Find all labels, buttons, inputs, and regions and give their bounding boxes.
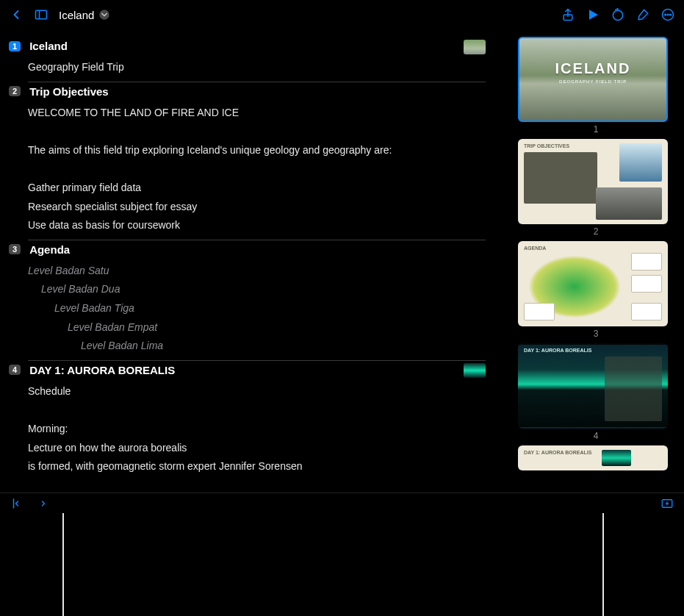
outline-body-line[interactable]: Morning: [28, 420, 486, 439]
outline-body-line[interactable] [28, 401, 486, 420]
outline-body-line[interactable] [28, 122, 486, 141]
slide-thumbnail-wrap: TRIP OBJECTIVES2 [518, 139, 674, 237]
slide-navigator[interactable]: ICELANDGEOGRAPHY FIELD TRIP1TRIP OBJECTI… [508, 29, 684, 493]
thumbnail-number: 1 [518, 124, 674, 135]
slide-thumbnail-wrap: ICELANDGEOGRAPHY FIELD TRIP1 [518, 37, 674, 135]
thumbnail-number: 2 [518, 226, 674, 237]
outline-body-line[interactable]: The aims of this field trip exploring Ic… [28, 141, 486, 160]
toolbar: Iceland [0, 0, 684, 29]
outdent-icon[interactable] [10, 497, 24, 510]
outline-body-line[interactable] [28, 160, 486, 179]
thumbnail-number: 3 [518, 329, 674, 339]
more-icon[interactable] [660, 7, 675, 22]
outline-body-line[interactable]: is formed, with geomagnetic storm expert… [28, 457, 486, 476]
thumbnail-number: 4 [518, 431, 674, 441]
brush-icon[interactable] [636, 7, 650, 22]
outline-body-line[interactable]: Level Badan Empat [28, 318, 486, 337]
document-title[interactable]: Iceland [59, 7, 112, 22]
slide-thumbnail-wrap: AGENDA3 [518, 241, 674, 339]
outline-body-line[interactable]: WELCOME TO THE LAND OF FIRE AND ICE [28, 104, 486, 123]
outline-body-line[interactable]: Schedule [28, 382, 486, 401]
svg-point-8 [667, 14, 669, 15]
play-icon[interactable] [586, 7, 600, 22]
mini-thumbnail [464, 40, 486, 54]
document-title-text: Iceland [59, 9, 94, 21]
slide-thumbnail[interactable]: ICELANDGEOGRAPHY FIELD TRIP [518, 37, 668, 122]
bottom-bar [0, 493, 684, 513]
slide-number-badge: 3 [9, 244, 21, 254]
outline-body-line[interactable]: Level Badan Satu [28, 262, 486, 281]
back-button[interactable] [9, 7, 24, 22]
mini-thumbnail [464, 363, 486, 378]
chevron-down-icon [97, 7, 112, 22]
outline-body-line[interactable]: Lecture on how the aurora borealis [28, 439, 486, 458]
outline-slide[interactable]: 2Trip ObjectivesWELCOME TO THE LAND OF F… [28, 82, 486, 235]
slide-thumbnail[interactable]: AGENDA [518, 241, 668, 326]
outline-body-line[interactable]: Level Badan Tiga [28, 299, 486, 318]
keyboard-input-area [0, 513, 684, 616]
outline-slide[interactable]: 3AgendaLevel Badan SatuLevel Badan DuaLe… [28, 240, 486, 356]
add-slide-icon[interactable] [660, 497, 674, 510]
slide-number-badge: 4 [9, 365, 21, 375]
slide-number-badge: 1 [9, 41, 21, 51]
slide-title[interactable]: DAY 1: AURORA BOREALIS [29, 364, 175, 376]
outline-body-line[interactable]: Research specialist subject for essay [28, 198, 486, 217]
share-icon[interactable] [561, 7, 575, 22]
svg-rect-0 [36, 10, 47, 19]
main-area: 1IcelandGeography Field Trip2Trip Object… [0, 29, 684, 493]
slide-thumbnail[interactable]: DAY 1: AURORA BOREALIS [518, 343, 668, 429]
slide-thumbnail-wrap: DAY 1: AURORA BOREALIS [518, 445, 674, 470]
indent-icon[interactable] [37, 497, 50, 510]
svg-point-2 [100, 10, 109, 19]
sidebar-toggle-icon[interactable] [34, 7, 48, 22]
outline-body-line[interactable]: Use data as basis for coursework [28, 216, 486, 235]
outline-body-line[interactable]: Geography Field Trip [28, 58, 486, 77]
slide-title[interactable]: Agenda [29, 243, 70, 256]
outline-panel[interactable]: 1IcelandGeography Field Trip2Trip Object… [0, 29, 508, 493]
text-caret [62, 513, 64, 616]
slide-title[interactable]: Iceland [29, 40, 68, 52]
svg-point-7 [665, 14, 666, 15]
outline-slide[interactable]: 4DAY 1: AURORA BOREALISSchedule Morning:… [28, 360, 486, 476]
slide-thumbnail[interactable]: DAY 1: AURORA BOREALIS [518, 445, 668, 470]
text-caret [602, 513, 604, 616]
slide-number-badge: 2 [9, 86, 21, 96]
svg-point-9 [670, 14, 672, 15]
slide-title[interactable]: Trip Objectives [29, 85, 109, 98]
slide-thumbnail-wrap: DAY 1: AURORA BOREALIS4 [518, 343, 674, 441]
svg-marker-4 [589, 10, 598, 19]
svg-point-5 [613, 10, 622, 20]
outline-body-line[interactable]: Gather primary field data [28, 179, 486, 198]
slide-thumbnail[interactable]: TRIP OBJECTIVES [518, 139, 668, 224]
outline-body-line[interactable]: Level Badan Dua [28, 280, 486, 299]
rewind-icon[interactable] [611, 7, 625, 22]
outline-body-line[interactable]: Level Badan Lima [28, 337, 486, 356]
outline-slide[interactable]: 1IcelandGeography Field Trip [28, 37, 486, 77]
